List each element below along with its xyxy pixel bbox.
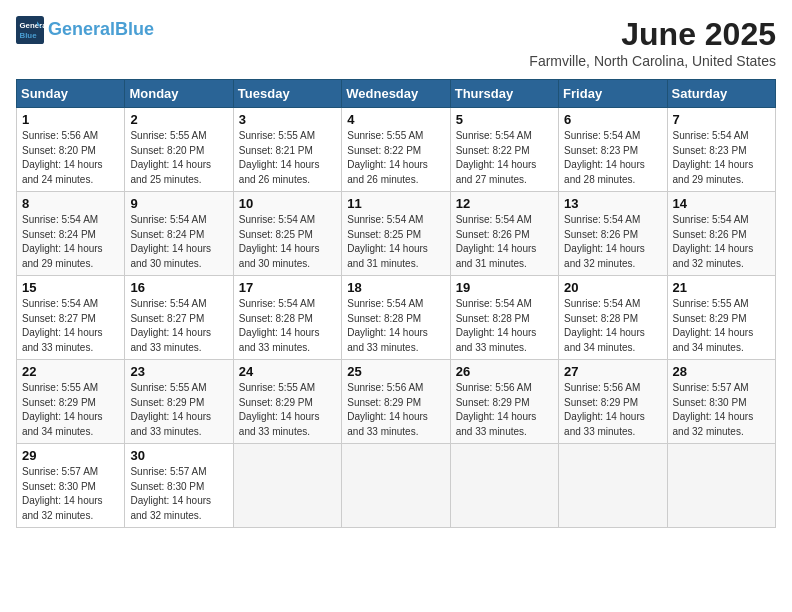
day-number: 14 xyxy=(673,196,770,211)
calendar-week-row: 29Sunrise: 5:57 AM Sunset: 8:30 PM Dayli… xyxy=(17,444,776,528)
title-block: June 2025 Farmville, North Carolina, Uni… xyxy=(529,16,776,69)
day-cell: 30Sunrise: 5:57 AM Sunset: 8:30 PM Dayli… xyxy=(125,444,233,528)
day-number: 29 xyxy=(22,448,119,463)
logo: General Blue GeneralBlue xyxy=(16,16,154,44)
empty-cell xyxy=(667,444,775,528)
month-title: June 2025 xyxy=(529,16,776,53)
day-cell: 19Sunrise: 5:54 AM Sunset: 8:28 PM Dayli… xyxy=(450,276,558,360)
day-cell: 27Sunrise: 5:56 AM Sunset: 8:29 PM Dayli… xyxy=(559,360,667,444)
day-info: Sunrise: 5:55 AM Sunset: 8:22 PM Dayligh… xyxy=(347,129,444,187)
day-cell: 2Sunrise: 5:55 AM Sunset: 8:20 PM Daylig… xyxy=(125,108,233,192)
day-cell: 28Sunrise: 5:57 AM Sunset: 8:30 PM Dayli… xyxy=(667,360,775,444)
day-number: 26 xyxy=(456,364,553,379)
day-cell: 10Sunrise: 5:54 AM Sunset: 8:25 PM Dayli… xyxy=(233,192,341,276)
day-cell: 23Sunrise: 5:55 AM Sunset: 8:29 PM Dayli… xyxy=(125,360,233,444)
calendar-week-row: 8Sunrise: 5:54 AM Sunset: 8:24 PM Daylig… xyxy=(17,192,776,276)
location-title: Farmville, North Carolina, United States xyxy=(529,53,776,69)
day-number: 22 xyxy=(22,364,119,379)
calendar-table: SundayMondayTuesdayWednesdayThursdayFrid… xyxy=(16,79,776,528)
empty-cell xyxy=(559,444,667,528)
weekday-header-friday: Friday xyxy=(559,80,667,108)
day-info: Sunrise: 5:54 AM Sunset: 8:27 PM Dayligh… xyxy=(130,297,227,355)
day-cell: 6Sunrise: 5:54 AM Sunset: 8:23 PM Daylig… xyxy=(559,108,667,192)
day-info: Sunrise: 5:54 AM Sunset: 8:24 PM Dayligh… xyxy=(22,213,119,271)
day-number: 23 xyxy=(130,364,227,379)
day-cell: 13Sunrise: 5:54 AM Sunset: 8:26 PM Dayli… xyxy=(559,192,667,276)
day-info: Sunrise: 5:54 AM Sunset: 8:28 PM Dayligh… xyxy=(347,297,444,355)
weekday-header-tuesday: Tuesday xyxy=(233,80,341,108)
day-cell: 21Sunrise: 5:55 AM Sunset: 8:29 PM Dayli… xyxy=(667,276,775,360)
day-info: Sunrise: 5:57 AM Sunset: 8:30 PM Dayligh… xyxy=(22,465,119,523)
day-info: Sunrise: 5:54 AM Sunset: 8:25 PM Dayligh… xyxy=(239,213,336,271)
svg-text:Blue: Blue xyxy=(20,31,38,40)
day-number: 21 xyxy=(673,280,770,295)
day-cell: 20Sunrise: 5:54 AM Sunset: 8:28 PM Dayli… xyxy=(559,276,667,360)
day-info: Sunrise: 5:57 AM Sunset: 8:30 PM Dayligh… xyxy=(673,381,770,439)
weekday-header-thursday: Thursday xyxy=(450,80,558,108)
weekday-header-row: SundayMondayTuesdayWednesdayThursdayFrid… xyxy=(17,80,776,108)
day-info: Sunrise: 5:54 AM Sunset: 8:23 PM Dayligh… xyxy=(673,129,770,187)
day-number: 6 xyxy=(564,112,661,127)
weekday-header-saturday: Saturday xyxy=(667,80,775,108)
day-info: Sunrise: 5:54 AM Sunset: 8:24 PM Dayligh… xyxy=(130,213,227,271)
day-cell: 26Sunrise: 5:56 AM Sunset: 8:29 PM Dayli… xyxy=(450,360,558,444)
day-info: Sunrise: 5:54 AM Sunset: 8:23 PM Dayligh… xyxy=(564,129,661,187)
day-info: Sunrise: 5:55 AM Sunset: 8:29 PM Dayligh… xyxy=(673,297,770,355)
day-number: 27 xyxy=(564,364,661,379)
day-cell: 12Sunrise: 5:54 AM Sunset: 8:26 PM Dayli… xyxy=(450,192,558,276)
day-info: Sunrise: 5:55 AM Sunset: 8:20 PM Dayligh… xyxy=(130,129,227,187)
day-info: Sunrise: 5:54 AM Sunset: 8:28 PM Dayligh… xyxy=(456,297,553,355)
day-cell: 1Sunrise: 5:56 AM Sunset: 8:20 PM Daylig… xyxy=(17,108,125,192)
day-number: 4 xyxy=(347,112,444,127)
day-number: 7 xyxy=(673,112,770,127)
day-number: 30 xyxy=(130,448,227,463)
day-info: Sunrise: 5:54 AM Sunset: 8:27 PM Dayligh… xyxy=(22,297,119,355)
day-number: 8 xyxy=(22,196,119,211)
day-number: 3 xyxy=(239,112,336,127)
day-cell: 8Sunrise: 5:54 AM Sunset: 8:24 PM Daylig… xyxy=(17,192,125,276)
day-cell: 9Sunrise: 5:54 AM Sunset: 8:24 PM Daylig… xyxy=(125,192,233,276)
day-number: 24 xyxy=(239,364,336,379)
day-info: Sunrise: 5:56 AM Sunset: 8:20 PM Dayligh… xyxy=(22,129,119,187)
day-info: Sunrise: 5:54 AM Sunset: 8:26 PM Dayligh… xyxy=(564,213,661,271)
day-info: Sunrise: 5:54 AM Sunset: 8:25 PM Dayligh… xyxy=(347,213,444,271)
day-info: Sunrise: 5:55 AM Sunset: 8:21 PM Dayligh… xyxy=(239,129,336,187)
day-cell: 3Sunrise: 5:55 AM Sunset: 8:21 PM Daylig… xyxy=(233,108,341,192)
day-number: 1 xyxy=(22,112,119,127)
day-number: 13 xyxy=(564,196,661,211)
calendar-week-row: 22Sunrise: 5:55 AM Sunset: 8:29 PM Dayli… xyxy=(17,360,776,444)
day-number: 10 xyxy=(239,196,336,211)
day-cell: 11Sunrise: 5:54 AM Sunset: 8:25 PM Dayli… xyxy=(342,192,450,276)
day-info: Sunrise: 5:54 AM Sunset: 8:22 PM Dayligh… xyxy=(456,129,553,187)
calendar-week-row: 15Sunrise: 5:54 AM Sunset: 8:27 PM Dayli… xyxy=(17,276,776,360)
day-number: 2 xyxy=(130,112,227,127)
day-cell: 25Sunrise: 5:56 AM Sunset: 8:29 PM Dayli… xyxy=(342,360,450,444)
day-cell: 18Sunrise: 5:54 AM Sunset: 8:28 PM Dayli… xyxy=(342,276,450,360)
logo-icon: General Blue xyxy=(16,16,44,44)
day-info: Sunrise: 5:54 AM Sunset: 8:28 PM Dayligh… xyxy=(239,297,336,355)
day-number: 16 xyxy=(130,280,227,295)
day-cell: 5Sunrise: 5:54 AM Sunset: 8:22 PM Daylig… xyxy=(450,108,558,192)
weekday-header-monday: Monday xyxy=(125,80,233,108)
day-cell: 15Sunrise: 5:54 AM Sunset: 8:27 PM Dayli… xyxy=(17,276,125,360)
weekday-header-sunday: Sunday xyxy=(17,80,125,108)
calendar-week-row: 1Sunrise: 5:56 AM Sunset: 8:20 PM Daylig… xyxy=(17,108,776,192)
day-info: Sunrise: 5:55 AM Sunset: 8:29 PM Dayligh… xyxy=(22,381,119,439)
day-info: Sunrise: 5:54 AM Sunset: 8:26 PM Dayligh… xyxy=(456,213,553,271)
empty-cell xyxy=(233,444,341,528)
empty-cell xyxy=(450,444,558,528)
day-info: Sunrise: 5:56 AM Sunset: 8:29 PM Dayligh… xyxy=(456,381,553,439)
logo-text: GeneralBlue xyxy=(48,19,154,41)
weekday-header-wednesday: Wednesday xyxy=(342,80,450,108)
day-info: Sunrise: 5:55 AM Sunset: 8:29 PM Dayligh… xyxy=(239,381,336,439)
day-number: 25 xyxy=(347,364,444,379)
day-cell: 29Sunrise: 5:57 AM Sunset: 8:30 PM Dayli… xyxy=(17,444,125,528)
day-cell: 22Sunrise: 5:55 AM Sunset: 8:29 PM Dayli… xyxy=(17,360,125,444)
day-number: 19 xyxy=(456,280,553,295)
day-number: 18 xyxy=(347,280,444,295)
day-info: Sunrise: 5:56 AM Sunset: 8:29 PM Dayligh… xyxy=(347,381,444,439)
day-cell: 24Sunrise: 5:55 AM Sunset: 8:29 PM Dayli… xyxy=(233,360,341,444)
day-info: Sunrise: 5:54 AM Sunset: 8:26 PM Dayligh… xyxy=(673,213,770,271)
day-number: 11 xyxy=(347,196,444,211)
day-number: 15 xyxy=(22,280,119,295)
